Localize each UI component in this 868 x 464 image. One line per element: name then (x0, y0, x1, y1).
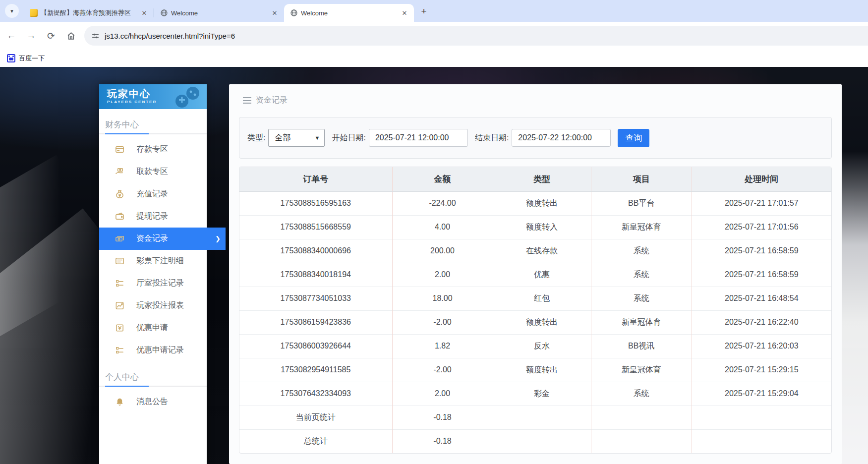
sidebar-section-label-2: 个人中心 (99, 361, 207, 386)
type-select-value: 全部 (275, 133, 290, 143)
players-center-sidebar: 玩家中心 PLAYERS CENTER 财务中心存款专区❯取款专区❯充值记录❯提… (99, 84, 207, 464)
table-cell: 在线存款 (493, 239, 591, 263)
table-cell: 额度转出 (493, 358, 591, 382)
yellow-favicon-icon (30, 9, 38, 17)
table-cell: 1.82 (392, 334, 493, 358)
table-cell: -224.00 (392, 191, 493, 215)
sidebar-item-厅室投注记录[interactable]: 厅室投注记录❯ (99, 272, 207, 294)
table-cell: -2.00 (392, 358, 493, 382)
gamepad-icon (167, 86, 204, 108)
deposit-card-icon (115, 145, 124, 154)
table-row-3: 1753088340000696200.00在线存款系统2025-07-21 1… (239, 239, 831, 263)
table-cell: 系统 (591, 382, 692, 406)
table-row-11: 总统计-0.18 (239, 429, 831, 453)
bookmark-bar: 百度一下 (0, 50, 868, 67)
table-row-6: 1753086159423836-2.00额度转出新皇冠体育2025-07-21… (239, 310, 831, 334)
sidebar-item-label: 提现记录 (136, 211, 168, 222)
end-date-label: 结束日期: (475, 133, 509, 143)
tab-close-icon[interactable]: ✕ (140, 8, 149, 17)
table-cell: 2025-07-21 16:48:54 (692, 287, 831, 310)
home-icon[interactable] (62, 27, 79, 44)
sidebar-item-优惠申请[interactable]: 优惠申请❯ (99, 317, 207, 339)
sidebar-item-label: 优惠申请 (136, 323, 168, 333)
table-cell: BB平台 (591, 191, 692, 215)
table-row-9: 17530764323340932.00彩金系统2025-07-21 15:29… (239, 382, 831, 406)
url-text[interactable]: js13.cc/hhcp/usercenter.html?iniType=6 (105, 32, 235, 40)
tab-close-icon[interactable]: ✕ (270, 8, 279, 17)
browser-tab-2[interactable]: Welcome✕ (154, 4, 284, 22)
table-header-row: 订单号金额类型项目处理时间 (239, 167, 831, 191)
filter-bar: 类型: 全部 ▼ 开始日期: 结束日期: 查询 (239, 117, 832, 159)
table-row-4: 17530883400181942.00优惠系统2025-07-21 16:58… (239, 263, 831, 287)
back-icon[interactable]: ← (3, 27, 20, 44)
address-bar[interactable]: js13.cc/hhcp/usercenter.html?iniType=6 (84, 26, 868, 46)
baidu-favicon-icon (7, 54, 15, 62)
page-title: 资金记录 (256, 95, 288, 106)
type-label: 类型: (247, 133, 265, 143)
search-button[interactable]: 查询 (618, 129, 649, 147)
funds-record-table: 订单号金额类型项目处理时间 1753088516595163-224.00额度转… (239, 167, 832, 454)
table-cell: 2025-07-21 16:20:03 (692, 334, 831, 358)
start-date-label: 开始日期: (332, 133, 365, 143)
reload-icon[interactable]: ⟳ (43, 27, 59, 44)
site-settings-icon[interactable] (91, 32, 100, 40)
table-cell: 4.00 (392, 215, 493, 239)
table-cell: 总统计 (239, 429, 392, 453)
sidebar-item-label: 彩票下注明细 (136, 256, 184, 266)
sidebar-item-优惠申请记录[interactable]: 优惠申请记录❯ (99, 339, 207, 361)
table-cell (493, 429, 591, 453)
browser-tab-1[interactable]: 【新提醒】海燕体育预测推荐区✕ (24, 4, 154, 22)
table-cell: 新皇冠体育 (591, 310, 692, 334)
tab-search-button[interactable]: ▾ (5, 4, 19, 18)
table-cell: 优惠 (493, 263, 591, 287)
list-card-icon (115, 256, 124, 266)
forward-icon[interactable]: → (23, 27, 40, 44)
table-cell: 系统 (591, 239, 692, 263)
table-cell: 红包 (493, 287, 591, 310)
table-cell (493, 406, 591, 429)
table-cell: 1753088515668559 (239, 215, 392, 239)
tabs-container: 【新提醒】海燕体育预测推荐区✕Welcome✕Welcome✕ (24, 4, 414, 22)
money-bag-icon (115, 189, 124, 199)
sidebar-item-消息公告[interactable]: 消息公告❯ (99, 391, 207, 413)
main-panel: 资金记录 类型: 全部 ▼ 开始日期: 结束日期: 查询 订单号金额类型项目处理… (229, 84, 842, 464)
start-date-input[interactable] (369, 129, 468, 147)
table-cell (591, 429, 692, 453)
table-row-2: 17530885156685594.00额度转入新皇冠体育2025-07-21 … (239, 215, 831, 239)
sidebar-item-资金记录[interactable]: 资金记录❯ (99, 228, 226, 250)
type-select[interactable]: 全部 ▼ (268, 129, 325, 147)
table-cell: BB视讯 (591, 334, 692, 358)
column-header-订单号: 订单号 (239, 167, 392, 191)
bell-icon (115, 397, 124, 406)
browser-tab-3[interactable]: Welcome✕ (284, 4, 414, 22)
table-row-5: 175308773405103318.00红包系统2025-07-21 16:4… (239, 287, 831, 310)
sidebar-item-label: 资金记录 (136, 233, 168, 244)
table-row-10: 当前页统计-0.18 (239, 406, 831, 429)
table-cell: 2025-07-21 16:58:59 (692, 263, 831, 287)
sidebar-item-label: 优惠申请记录 (136, 345, 184, 355)
table-cell: 1753086159423836 (239, 310, 392, 334)
sidebar-item-取款专区[interactable]: 取款专区❯ (99, 161, 207, 183)
table-cell (692, 406, 831, 429)
sidebar-header: 玩家中心 PLAYERS CENTER (99, 84, 207, 109)
table-cell: 1753088340018194 (239, 263, 392, 287)
sidebar-item-label: 取款专区 (136, 167, 168, 177)
bookmark-baidu[interactable]: 百度一下 (19, 54, 45, 63)
sidebar-item-玩家投注报表[interactable]: 玩家投注报表❯ (99, 294, 207, 317)
sidebar-item-彩票下注明细[interactable]: 彩票下注明细❯ (99, 250, 207, 272)
sidebar-item-提现记录[interactable]: 提现记录❯ (99, 205, 207, 228)
table-cell: 反水 (493, 334, 591, 358)
menu-hamburger-icon[interactable] (243, 97, 251, 104)
table-cell (591, 406, 692, 429)
table-cell: 2.00 (392, 382, 493, 406)
sidebar-item-存款专区[interactable]: 存款专区❯ (99, 138, 207, 161)
end-date-input[interactable] (512, 129, 611, 147)
chevron-down-icon: ▼ (315, 135, 320, 141)
table-cell: -2.00 (392, 310, 493, 334)
chevron-right-icon: ❯ (215, 235, 221, 242)
sidebar-item-充值记录[interactable]: 充值记录❯ (99, 183, 207, 205)
table-cell: 2025-07-21 17:01:56 (692, 215, 831, 239)
tab-close-icon[interactable]: ✕ (400, 8, 409, 17)
new-tab-button[interactable]: + (417, 4, 431, 18)
table-cell: 额度转出 (493, 310, 591, 334)
